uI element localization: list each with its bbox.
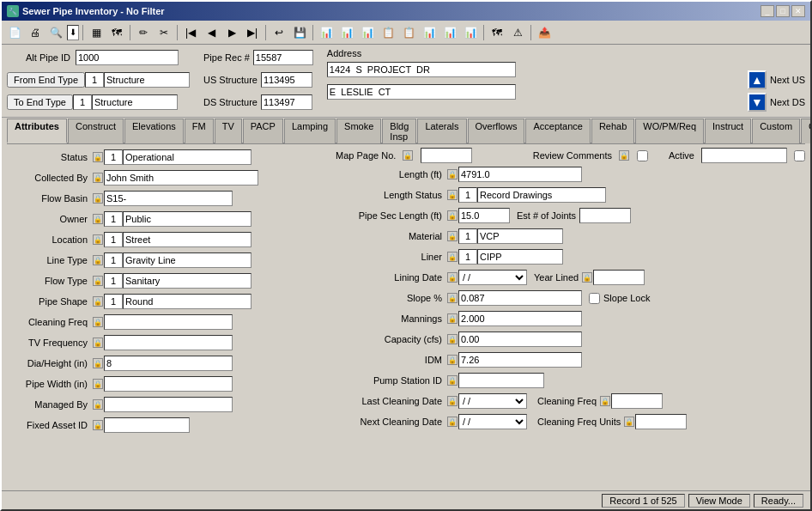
next-cleaning-select[interactable]: / / bbox=[458, 414, 527, 429]
pump-station-input[interactable] bbox=[458, 373, 544, 388]
active-check[interactable] bbox=[794, 150, 805, 161]
maximize-button[interactable]: □ bbox=[776, 5, 790, 17]
chart5-button[interactable]: 📋 bbox=[399, 23, 418, 42]
to-end-type-button[interactable]: To End Type bbox=[7, 94, 73, 110]
flow-type-lock[interactable]: 🔒 bbox=[93, 276, 103, 286]
material-num[interactable] bbox=[458, 228, 477, 244]
nav-down-button[interactable]: ▼ bbox=[748, 93, 767, 112]
first-button[interactable]: |◀ bbox=[181, 23, 200, 42]
pipe-sec-length-lock[interactable]: 🔒 bbox=[447, 210, 458, 221]
chart8-button[interactable]: 📊 bbox=[461, 23, 480, 42]
review-comments-lock[interactable]: 🔒 bbox=[619, 150, 629, 161]
grid-button[interactable]: ▦ bbox=[87, 23, 106, 42]
collected-by-lock[interactable]: 🔒 bbox=[93, 173, 103, 183]
pipe-shape-input[interactable] bbox=[123, 294, 251, 309]
collected-by-input[interactable] bbox=[104, 170, 258, 186]
from-end-type-num[interactable] bbox=[85, 72, 104, 88]
layers-button[interactable]: 🗺 bbox=[488, 23, 506, 42]
chart7-button[interactable]: 📊 bbox=[440, 23, 459, 42]
fixed-asset-id-lock[interactable]: 🔒 bbox=[93, 420, 103, 430]
length-status-lock[interactable]: 🔒 bbox=[447, 190, 458, 200]
new-button[interactable]: 📄 bbox=[5, 23, 24, 42]
pipe-width-input[interactable] bbox=[104, 376, 233, 392]
address-line1-input[interactable] bbox=[327, 62, 516, 77]
length-input[interactable] bbox=[458, 167, 582, 182]
tv-freq-lock[interactable]: 🔒 bbox=[93, 338, 103, 348]
tab-pacp[interactable]: PACP bbox=[243, 119, 283, 143]
length-status-input[interactable] bbox=[477, 187, 606, 203]
fixed-asset-id-input[interactable] bbox=[104, 417, 190, 433]
last-button[interactable]: ▶| bbox=[243, 23, 262, 42]
idm-lock[interactable]: 🔒 bbox=[447, 355, 458, 365]
chart4-button[interactable]: 📋 bbox=[379, 23, 397, 42]
pipe-shape-lock[interactable]: 🔒 bbox=[93, 296, 103, 307]
warn-button[interactable]: ⚠ bbox=[508, 23, 527, 42]
find-button[interactable]: 🔍 bbox=[46, 23, 65, 42]
filter-dropdown[interactable]: ⬇ bbox=[67, 25, 79, 40]
material-lock[interactable]: 🔒 bbox=[447, 231, 458, 241]
location-lock[interactable]: 🔒 bbox=[93, 234, 103, 245]
tab-attributes[interactable]: Attributes bbox=[7, 119, 67, 143]
address-line2-input[interactable] bbox=[327, 84, 516, 100]
chart2-button[interactable]: 📊 bbox=[337, 23, 356, 42]
line-type-input[interactable] bbox=[123, 252, 251, 268]
pipe-rec-input[interactable] bbox=[253, 50, 313, 65]
mannings-input[interactable] bbox=[458, 311, 582, 326]
chart6-button[interactable]: 📊 bbox=[420, 23, 439, 42]
minimize-button[interactable]: _ bbox=[760, 5, 774, 17]
pipe-width-lock[interactable]: 🔒 bbox=[93, 379, 103, 389]
cut-button[interactable]: ✂ bbox=[155, 23, 173, 42]
tab-tv[interactable]: TV bbox=[215, 119, 242, 143]
capacity-input[interactable] bbox=[458, 332, 582, 347]
location-num[interactable] bbox=[104, 232, 123, 247]
managed-by-lock[interactable]: 🔒 bbox=[93, 399, 103, 410]
capacity-lock[interactable]: 🔒 bbox=[447, 334, 458, 344]
print-button[interactable]: 🖨 bbox=[26, 23, 45, 42]
flow-type-input[interactable] bbox=[123, 273, 251, 289]
dia-height-input[interactable] bbox=[104, 356, 233, 371]
from-end-type-input[interactable] bbox=[104, 72, 190, 88]
from-end-type-button[interactable]: From End Type bbox=[7, 72, 85, 88]
pump-station-lock[interactable]: 🔒 bbox=[447, 375, 458, 386]
pipe-shape-num[interactable] bbox=[104, 294, 123, 309]
flow-basin-input[interactable] bbox=[104, 191, 233, 206]
map-button[interactable]: 🗺 bbox=[107, 23, 126, 42]
map-page-input[interactable] bbox=[421, 148, 472, 163]
pipe-sec-length-input[interactable] bbox=[458, 208, 510, 223]
tab-lamping[interactable]: Lamping bbox=[284, 119, 336, 143]
liner-lock[interactable]: 🔒 bbox=[447, 252, 458, 262]
cleaning-freq-right-lock[interactable]: 🔒 bbox=[600, 396, 610, 406]
owner-lock[interactable]: 🔒 bbox=[93, 214, 103, 224]
tab-bldg-insp[interactable]: Bldg Insp bbox=[382, 119, 416, 143]
tab-custom[interactable]: Custom bbox=[752, 119, 800, 143]
location-input[interactable] bbox=[123, 232, 251, 247]
year-lined-input[interactable] bbox=[593, 270, 645, 285]
to-end-type-input[interactable] bbox=[92, 94, 178, 110]
chart1-button[interactable]: 📊 bbox=[317, 23, 336, 42]
tab-smoke[interactable]: Smoke bbox=[336, 119, 381, 143]
tab-construct[interactable]: Construct bbox=[68, 119, 124, 143]
est-joints-input[interactable] bbox=[579, 208, 631, 223]
status-input[interactable] bbox=[123, 149, 251, 165]
tab-elevations[interactable]: Elevations bbox=[124, 119, 184, 143]
flow-type-num[interactable] bbox=[104, 273, 123, 289]
slope-lock-check[interactable] bbox=[589, 293, 600, 304]
tab-acceptance[interactable]: Acceptance bbox=[525, 119, 590, 143]
cleaning-freq-units-lock[interactable]: 🔒 bbox=[624, 417, 634, 427]
ds-structure-input[interactable] bbox=[261, 94, 312, 110]
active-input[interactable] bbox=[701, 148, 787, 163]
dia-height-lock[interactable]: 🔒 bbox=[93, 358, 103, 368]
next-cleaning-lock[interactable]: 🔒 bbox=[447, 417, 458, 427]
material-input[interactable] bbox=[477, 228, 563, 244]
slope-lock[interactable]: 🔒 bbox=[447, 293, 458, 303]
mannings-lock[interactable]: 🔒 bbox=[447, 313, 458, 324]
tab-fm[interactable]: FM bbox=[185, 119, 214, 143]
save-button[interactable]: 💾 bbox=[290, 23, 309, 42]
slope-input[interactable] bbox=[458, 290, 582, 306]
length-status-num[interactable] bbox=[458, 187, 477, 203]
line-type-num[interactable] bbox=[104, 252, 123, 268]
idm-input[interactable] bbox=[458, 352, 582, 368]
alt-pipe-id-input[interactable] bbox=[76, 50, 179, 65]
managed-by-input[interactable] bbox=[104, 397, 233, 412]
tab-wo-pm-req[interactable]: WO/PM/Req bbox=[635, 119, 704, 143]
